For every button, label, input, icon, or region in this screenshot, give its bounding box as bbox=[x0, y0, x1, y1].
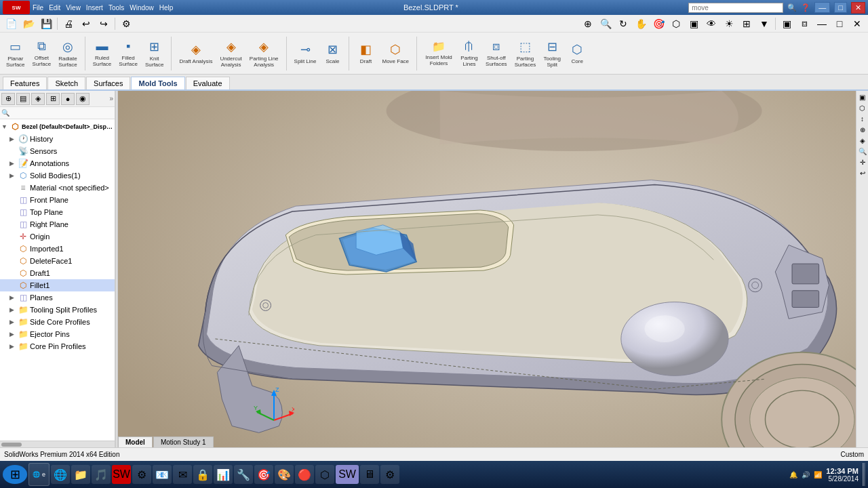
annotations-expand[interactable]: ▶ bbox=[9, 160, 18, 167]
redo-button[interactable]: ↪ bbox=[96, 16, 112, 31]
side-core-profiles-expand[interactable]: ▶ bbox=[9, 319, 18, 325]
panel-btn1[interactable]: ⊕ bbox=[1, 93, 15, 105]
shutoff-surfaces-button[interactable]: ⧈ Shut-offSurfaces bbox=[482, 36, 511, 71]
scale-button[interactable]: ⊠ Scale bbox=[320, 36, 344, 71]
title-bar-help-menu[interactable]: Help bbox=[159, 4, 174, 12]
panel-hscroll[interactable] bbox=[0, 441, 115, 447]
start-button[interactable]: ⊞ bbox=[3, 465, 27, 484]
tree-item-planes[interactable]: ▶ ◫ Planes bbox=[0, 291, 115, 304]
taskbar-chrome[interactable]: 🌐 bbox=[51, 465, 70, 484]
window-layout2[interactable]: ⧈ bbox=[796, 16, 812, 31]
taskbar-icon-volume[interactable]: 🔊 bbox=[802, 471, 810, 479]
tree-item-top-plane[interactable]: ◫ Top Plane bbox=[0, 206, 115, 218]
right-btn3[interactable]: ↕ bbox=[858, 114, 867, 123]
undo-button[interactable]: ↩ bbox=[78, 16, 94, 31]
taskbar-sw1[interactable]: SW bbox=[112, 465, 131, 484]
filled-surface-button[interactable]: ▪ FilledSurface bbox=[115, 36, 141, 71]
history-expand[interactable]: ▶ bbox=[9, 136, 18, 142]
tree-item-imported1[interactable]: ⬡ Imported1 bbox=[0, 243, 115, 255]
view-settings[interactable]: ⊞ bbox=[738, 16, 755, 31]
rotate[interactable]: ↻ bbox=[615, 16, 631, 31]
tab-model[interactable]: Model bbox=[118, 436, 153, 447]
title-bar-edit-menu[interactable]: Edit bbox=[49, 4, 60, 12]
draft-button[interactable]: ◧ Draft bbox=[353, 36, 378, 71]
panel-btn2[interactable]: ▤ bbox=[16, 93, 30, 105]
tree-item-tooling-split-profiles[interactable]: ▶ 📁 Tooling Split Profiles bbox=[0, 304, 115, 316]
view-orient[interactable]: 🎯 bbox=[650, 16, 667, 31]
close-button[interactable]: ✕ bbox=[851, 2, 865, 14]
root-expand[interactable]: ▼ bbox=[1, 123, 9, 130]
tree-item-annotations[interactable]: ▶ 📝 Annotations bbox=[0, 157, 115, 169]
parting-surfaces-button[interactable]: ⬚ PartingSurfaces bbox=[511, 36, 540, 71]
open-button[interactable]: 📂 bbox=[20, 16, 37, 31]
tree-item-right-plane[interactable]: ◫ Right Plane bbox=[0, 218, 115, 230]
tab-sketch[interactable]: Sketch bbox=[47, 77, 85, 89]
tab-surfaces[interactable]: Surfaces bbox=[86, 77, 130, 89]
tooling-split-button[interactable]: ⊟ ToolingSplit bbox=[540, 36, 564, 71]
print-button[interactable]: 🖨 bbox=[60, 16, 77, 31]
taskbar-app3[interactable]: 📧 bbox=[153, 465, 172, 484]
search-icon[interactable]: 🔍 bbox=[787, 3, 797, 12]
window-layout1[interactable]: ▣ bbox=[778, 16, 795, 31]
options-button[interactable]: ⚙ bbox=[118, 16, 134, 31]
solid-bodies-expand[interactable]: ▶ bbox=[9, 172, 18, 179]
tree-item-ejector-pins[interactable]: ▶ 📁 Ejector Pins bbox=[0, 328, 115, 340]
right-btn4[interactable]: ⊕ bbox=[858, 125, 867, 134]
planes-expand[interactable]: ▶ bbox=[9, 294, 18, 301]
right-btn1[interactable]: ▣ bbox=[858, 92, 867, 102]
taskbar-app4[interactable]: ✉ bbox=[173, 465, 192, 484]
feature-tree[interactable]: ▼ ⬡ Bezel (Default<Default>_Display) ▶ 🕐… bbox=[0, 119, 115, 441]
window-close[interactable]: ✕ bbox=[849, 16, 865, 31]
taskbar-media[interactable]: 🎵 bbox=[92, 465, 111, 484]
undercut-analysis-button[interactable]: ◈ UndercutAnalysis bbox=[216, 36, 245, 71]
taskbar-app2[interactable]: ⚙ bbox=[132, 465, 151, 484]
section-view[interactable]: ⬡ bbox=[668, 16, 684, 31]
title-bar-insert-menu[interactable]: Insert bbox=[86, 4, 103, 12]
taskbar-app10[interactable]: 🔴 bbox=[295, 465, 314, 484]
taskbar-app14[interactable]: ⚙ bbox=[380, 465, 399, 484]
taskbar-app8[interactable]: 🎯 bbox=[254, 465, 273, 484]
panel-btn3[interactable]: ◈ bbox=[31, 93, 45, 105]
right-btn5[interactable]: ◈ bbox=[858, 136, 867, 145]
tree-item-side-core-profiles[interactable]: ▶ 📁 Side Core Profiles bbox=[0, 316, 115, 328]
tree-item-material[interactable]: ≡ Material <not specified> bbox=[0, 182, 115, 194]
taskbar-app13[interactable]: 🖥 bbox=[360, 465, 379, 484]
taskbar-app11[interactable]: ⬡ bbox=[315, 465, 334, 484]
taskbar-icon-network[interactable]: 📶 bbox=[814, 471, 822, 479]
pan[interactable]: ✋ bbox=[633, 16, 649, 31]
search-input[interactable] bbox=[688, 3, 783, 13]
panel-btn5[interactable]: ● bbox=[61, 93, 75, 105]
tab-evaluate[interactable]: Evaluate bbox=[186, 77, 230, 89]
panel-btn4[interactable]: ⊞ bbox=[46, 93, 60, 105]
taskbar-explorer[interactable]: 🌐 e bbox=[28, 463, 50, 486]
tab-motion-study[interactable]: Motion Study 1 bbox=[153, 436, 214, 447]
apply-scene[interactable]: ☀ bbox=[721, 16, 737, 31]
taskbar-files[interactable]: 📁 bbox=[71, 465, 90, 484]
window-maximize[interactable]: □ bbox=[831, 16, 848, 31]
taskbar-app6[interactable]: 📊 bbox=[214, 465, 233, 484]
tree-item-front-plane[interactable]: ◫ Front Plane bbox=[0, 194, 115, 206]
tree-item-history[interactable]: ▶ 🕐 History bbox=[0, 133, 115, 145]
right-btn2[interactable]: ⬡ bbox=[858, 103, 867, 113]
planar-surface-button[interactable]: ▭ PlanarSurface bbox=[3, 36, 28, 71]
knit-surface-button[interactable]: ⊞ KnitSurface bbox=[142, 36, 167, 71]
ejector-pins-expand[interactable]: ▶ bbox=[9, 331, 18, 338]
taskbar-icon-notify[interactable]: 🔔 bbox=[789, 471, 797, 479]
panel-expand-btn[interactable]: » bbox=[109, 95, 113, 102]
window-minimize[interactable]: — bbox=[814, 16, 830, 31]
taskbar-app5[interactable]: 🔒 bbox=[193, 465, 212, 484]
radiate-surface-button[interactable]: ◎ RadiateSurface bbox=[55, 36, 81, 71]
tree-root[interactable]: ▼ ⬡ Bezel (Default<Default>_Display) bbox=[0, 121, 115, 133]
tree-item-fillet1[interactable]: ⬡ Fillet1 bbox=[0, 279, 115, 291]
title-bar-file-menu[interactable]: File bbox=[33, 4, 43, 12]
core-pin-profiles-expand[interactable]: ▶ bbox=[9, 343, 18, 350]
offset-surface-button[interactable]: ⧉ OffsetSurface bbox=[29, 36, 55, 71]
save-button[interactable]: 💾 bbox=[38, 16, 54, 31]
right-btn7[interactable]: ✛ bbox=[858, 157, 867, 167]
tree-item-solid-bodies[interactable]: ▶ ⬡ Solid Bodies(1) bbox=[0, 169, 115, 182]
zoom-in[interactable]: 🔍 bbox=[597, 16, 614, 31]
taskbar-sw-active[interactable]: SW bbox=[336, 465, 359, 484]
more-views[interactable]: ▼ bbox=[756, 16, 772, 31]
panel-btn6[interactable]: ◉ bbox=[76, 93, 90, 105]
move-face-button[interactable]: ⬡ Move Face bbox=[378, 36, 412, 71]
